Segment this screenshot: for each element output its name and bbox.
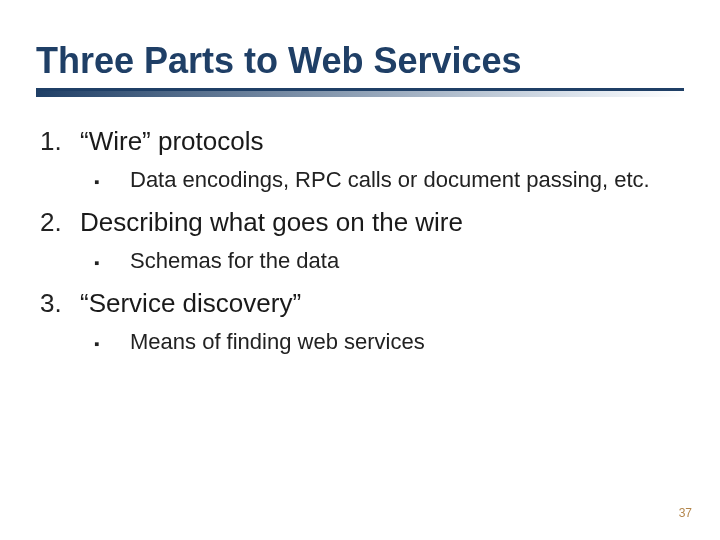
sub-item: ▪ Means of finding web services — [36, 329, 684, 355]
slide-title: Three Parts to Web Services — [36, 40, 684, 82]
page-number: 37 — [679, 506, 692, 520]
square-bullet-icon: ▪ — [94, 254, 130, 271]
item-heading: Describing what goes on the wire — [80, 207, 463, 238]
sub-item-text: Data encodings, RPC calls or document pa… — [130, 167, 650, 193]
square-bullet-icon: ▪ — [94, 173, 130, 190]
sub-item: ▪ Data encodings, RPC calls or document … — [36, 167, 684, 193]
list-item: Describing what goes on the wire ▪ Schem… — [36, 207, 684, 274]
item-heading: “Wire” protocols — [80, 126, 263, 157]
title-rule — [36, 88, 684, 104]
list-item: “Wire” protocols ▪ Data encodings, RPC c… — [36, 126, 684, 193]
numbered-list: “Wire” protocols ▪ Data encodings, RPC c… — [36, 126, 684, 355]
square-bullet-icon: ▪ — [94, 335, 130, 352]
list-item: “Service discovery” ▪ Means of finding w… — [36, 288, 684, 355]
sub-item-text: Means of finding web services — [130, 329, 425, 355]
sub-item-text: Schemas for the data — [130, 248, 339, 274]
item-heading: “Service discovery” — [80, 288, 301, 319]
slide: Three Parts to Web Services “Wire” proto… — [0, 0, 720, 540]
sub-item: ▪ Schemas for the data — [36, 248, 684, 274]
